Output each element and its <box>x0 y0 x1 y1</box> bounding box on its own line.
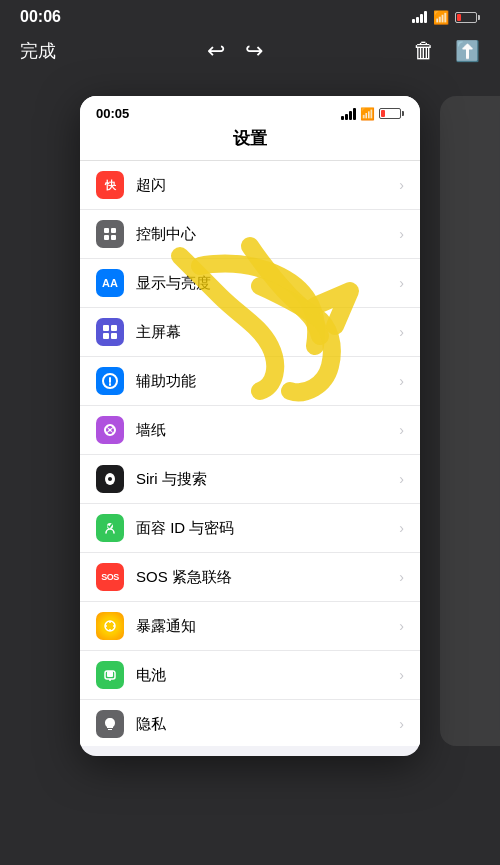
item-icon <box>96 612 124 640</box>
item-icon: SOS <box>96 563 124 591</box>
svg-rect-4 <box>103 325 109 331</box>
chevron-icon: › <box>399 373 404 389</box>
signal-icon <box>412 11 427 23</box>
settings-card[interactable]: 00:05 📶 设置 <box>80 96 420 756</box>
list-item[interactable]: SOS SOS 紧急联络 › <box>80 553 420 602</box>
svg-rect-7 <box>111 333 117 339</box>
item-icon <box>96 465 124 493</box>
item-icon <box>96 416 124 444</box>
svg-rect-1 <box>111 228 116 233</box>
chevron-icon: › <box>399 618 404 634</box>
item-label: 主屏幕 <box>136 323 399 342</box>
svg-rect-3 <box>111 235 116 240</box>
item-icon <box>96 661 124 689</box>
item-icon: AA <box>96 269 124 297</box>
chevron-icon: › <box>399 275 404 291</box>
list-item[interactable]: 暴露通知 › <box>80 602 420 651</box>
item-label: 面容 ID 与密码 <box>136 519 399 538</box>
done-button[interactable]: 完成 <box>20 39 56 63</box>
settings-group-top: 快 超闪 › 控制中心 › <box>80 161 420 746</box>
list-item[interactable]: 面容 ID 与密码 › <box>80 504 420 553</box>
list-item[interactable]: 电池 › <box>80 651 420 700</box>
battery-icon <box>455 12 480 23</box>
card-signal-icon <box>341 108 356 120</box>
svg-rect-6 <box>103 333 109 339</box>
list-item[interactable]: 主屏幕 › <box>80 308 420 357</box>
item-icon <box>96 318 124 346</box>
status-bar: 00:06 📶 <box>0 0 500 30</box>
list-item[interactable]: AA 显示与亮度 › <box>80 259 420 308</box>
list-item[interactable]: Siri 与搜索 › <box>80 455 420 504</box>
chevron-icon: › <box>399 667 404 683</box>
svg-rect-0 <box>104 228 109 233</box>
status-icons: 📶 <box>412 10 480 25</box>
settings-list: 快 超闪 › 控制中心 › <box>80 161 420 746</box>
item-icon <box>96 367 124 395</box>
item-icon <box>96 710 124 738</box>
card-status-icons: 📶 <box>341 107 404 121</box>
share-icon[interactable]: ⬆️ <box>455 39 480 63</box>
item-label: 隐私 <box>136 715 399 734</box>
svg-rect-2 <box>104 235 109 240</box>
list-item[interactable]: 辅助功能 › <box>80 357 420 406</box>
app-switcher[interactable]: 00:05 📶 设置 <box>0 76 500 841</box>
forward-history-icon[interactable]: ↪ <box>245 38 263 64</box>
item-icon <box>96 514 124 542</box>
chevron-icon: › <box>399 569 404 585</box>
item-label: 显示与亮度 <box>136 274 399 293</box>
toolbar: 完成 ↩ ↪ 🗑 ⬆️ <box>0 30 500 76</box>
card-battery-icon <box>379 108 404 119</box>
item-label: 控制中心 <box>136 225 399 244</box>
card-hint-right <box>440 96 500 746</box>
item-label: 墙纸 <box>136 421 399 440</box>
chevron-icon: › <box>399 324 404 340</box>
item-label: 暴露通知 <box>136 617 399 636</box>
toolbar-icons: ↩ ↪ <box>207 38 263 64</box>
list-item[interactable]: 隐私 › <box>80 700 420 746</box>
card-title: 设置 <box>80 125 420 161</box>
chevron-icon: › <box>399 471 404 487</box>
card-status-bar: 00:05 📶 <box>80 96 420 125</box>
item-label: 电池 <box>136 666 399 685</box>
chevron-icon: › <box>399 716 404 732</box>
card-time: 00:05 <box>96 106 129 121</box>
svg-rect-5 <box>111 325 117 331</box>
toolbar-action-icons: 🗑 ⬆️ <box>413 38 480 64</box>
delete-icon[interactable]: 🗑 <box>413 38 435 64</box>
list-item[interactable]: 控制中心 › <box>80 210 420 259</box>
chevron-icon: › <box>399 520 404 536</box>
chevron-icon: › <box>399 226 404 242</box>
chevron-icon: › <box>399 422 404 438</box>
card-wifi-icon: 📶 <box>360 107 375 121</box>
back-history-icon[interactable]: ↩ <box>207 38 225 64</box>
item-label: 超闪 <box>136 176 399 195</box>
item-label: Siri 与搜索 <box>136 470 399 489</box>
status-time: 00:06 <box>20 8 61 26</box>
svg-rect-17 <box>107 671 113 677</box>
item-icon: 快 <box>96 171 124 199</box>
list-item[interactable]: 快 超闪 › <box>80 161 420 210</box>
item-icon <box>96 220 124 248</box>
chevron-icon: › <box>399 177 404 193</box>
list-item[interactable]: 墙纸 › <box>80 406 420 455</box>
wifi-icon: 📶 <box>433 10 449 25</box>
item-label: SOS 紧急联络 <box>136 568 399 587</box>
item-label: 辅助功能 <box>136 372 399 391</box>
